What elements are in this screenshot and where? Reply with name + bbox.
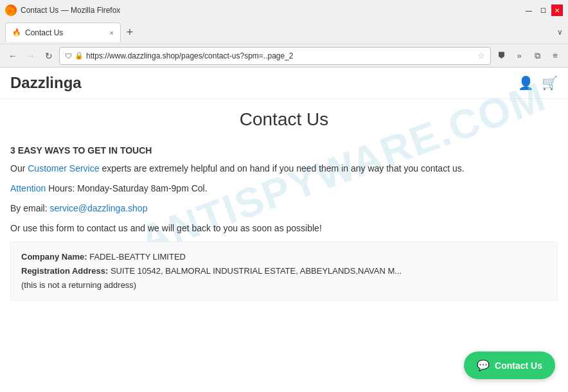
account-icon[interactable]: 👤 [518,75,534,91]
site-logo: Dazzlinga [10,74,82,92]
menu-button[interactable]: ≡ [547,48,563,64]
paragraph-form: Or use this form to contact us and we wi… [10,222,558,235]
shield-icon: 🛡 [65,52,72,60]
float-contact-button[interactable]: 💬 Contact Us [464,352,555,379]
tab-bar: 🔥 Contact Us × + ∨ [0,21,568,44]
title-bar: Contact Us — Mozilla Firefox — ☐ ✕ [0,0,568,21]
email-link[interactable]: service@dazzlinga.shop [49,203,147,213]
refresh-button[interactable]: ↻ [41,48,57,64]
website-content: ANTISPYWARE.COM Dazzlinga 👤 🛒 Contact Us… [0,67,568,392]
address-bar: 🛡 🔒 ☆ [59,47,491,65]
paragraph-email: By email: service@dazzlinga.shop [10,202,558,215]
extensions-button[interactable]: ⧉ [529,48,545,64]
minimize-button[interactable]: — [523,4,535,16]
hours-text: Hours: Monday-Saturday 8am-9pm Col. [48,183,207,193]
forward-button[interactable]: → [23,48,39,64]
tab-list-chevron[interactable]: ∨ [557,28,563,37]
title-bar-controls: — ☐ ✕ [523,4,563,16]
extensions-more-button[interactable]: » [511,48,527,64]
firefox-icon [5,4,17,16]
company-name-value: FADEL-BEATTY LIMITED [89,252,186,262]
close-button[interactable]: ✕ [551,4,563,16]
customer-service-link[interactable]: Customer Service [28,163,99,174]
nav-bar: ← → ↻ 🛡 🔒 ☆ ⛊ » ⧉ ≡ [0,44,568,67]
bookmark-star-icon[interactable]: ☆ [477,51,485,60]
tab-label: Contact Us [25,28,63,37]
company-info-box: Company Name: FADEL-BEATTY LIMITED Regis… [10,242,558,301]
page-title: Contact Us [10,109,558,130]
browser-chrome: Contact Us — Mozilla Firefox — ☐ ✕ 🔥 Con… [0,0,568,67]
company-name-label: Company Name: [21,252,87,262]
attention-label: Attention [10,183,46,193]
registration-label: Registration Address: [21,266,108,276]
company-name-row: Company Name: FADEL-BEATTY LIMITED [21,250,547,264]
nav-right-icons: ⛊ » ⧉ ≡ [493,48,563,64]
section-heading: 3 EASY WAYS TO GET IN TOUCH [10,145,558,156]
tab-favicon: 🔥 [12,28,21,37]
chat-icon: 💬 [477,359,490,371]
maximize-button[interactable]: ☐ [537,4,549,16]
cart-icon[interactable]: 🛒 [542,75,558,91]
paragraph-hours: Attention Hours: Monday-Saturday 8am-9pm… [10,182,558,195]
new-tab-button[interactable]: + [121,23,139,41]
page-content: Contact Us 3 EASY WAYS TO GET IN TOUCH O… [0,99,568,311]
active-tab[interactable]: 🔥 Contact Us × [5,22,121,42]
title-bar-left: Contact Us — Mozilla Firefox [5,4,120,16]
tab-close-button[interactable]: × [110,29,114,37]
address-input[interactable] [86,51,475,60]
registration-value: SUITE 10542, BALMORAL INDUSTRIAL ESTATE,… [111,266,402,276]
returning-address-note: (this is not a returning address) [21,278,547,292]
float-contact-label: Contact Us [495,361,542,371]
paragraph-service: Our Customer Service experts are extreme… [10,162,558,175]
registration-row: Registration Address: SUITE 10542, BALMO… [21,264,547,278]
site-header: Dazzlinga 👤 🛒 [0,67,568,99]
title-bar-title: Contact Us — Mozilla Firefox [21,6,120,15]
site-header-icons: 👤 🛒 [518,75,558,91]
lock-icon: 🔒 [75,51,84,60]
protect-button[interactable]: ⛊ [493,48,509,64]
back-button[interactable]: ← [5,48,21,64]
